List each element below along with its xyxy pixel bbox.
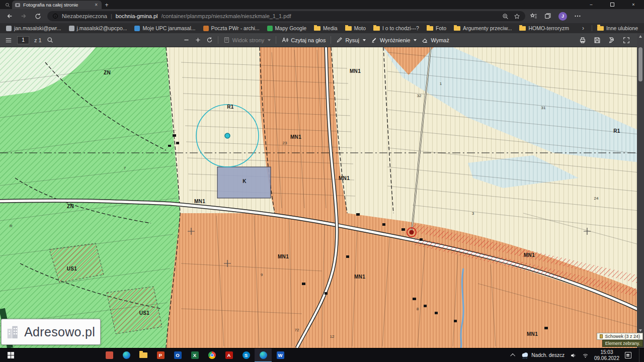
scrollbar-thumb[interactable] [638, 47, 642, 81]
bookmark-item[interactable]: Moto [345, 25, 366, 31]
chrome-app-glyph [208, 351, 216, 359]
save-as-icon[interactable] [608, 37, 615, 44]
folder-icon [345, 26, 352, 31]
zoom-out-icon[interactable] [183, 37, 190, 43]
draw-button[interactable]: Rysuj [336, 37, 366, 43]
fit-page-icon[interactable] [206, 37, 213, 43]
save-icon[interactable] [594, 37, 601, 44]
zoom-page-icon[interactable] [502, 13, 509, 20]
read-aloud-button[interactable]: Czytaj na głos [281, 37, 326, 43]
other-favorites-button[interactable]: Inne ulubione [592, 25, 638, 31]
favorites-bar-icon[interactable] [530, 13, 537, 20]
erase-label: Wymaż [431, 37, 449, 43]
bookmark-item[interactable]: jan.masalski@pwr... [6, 25, 61, 31]
page-view-button[interactable]: Widok strony [223, 37, 271, 43]
skype-app-glyph: S [243, 351, 250, 359]
taskbar-apps: POXASW [101, 348, 289, 362]
refresh-icon[interactable] [33, 12, 42, 21]
network-icon[interactable] [582, 352, 589, 358]
taskbar-edge-beta-app-icon[interactable] [118, 348, 135, 362]
zoning-map[interactable] [0, 47, 644, 348]
forward-icon[interactable] [19, 12, 28, 21]
minimize-button[interactable]: – [581, 0, 602, 9]
taskbar-file-explorer-icon[interactable] [135, 348, 152, 362]
url-divider: | [111, 13, 112, 19]
bookmark-item[interactable]: Argumenty przeciw... [454, 25, 512, 31]
start-button[interactable] [0, 348, 21, 362]
toolbar-separator [276, 36, 276, 44]
taskbar-powerpoint-app-icon[interactable]: P [152, 348, 169, 362]
folder-icon [454, 26, 460, 31]
favorite-star-icon[interactable] [514, 13, 520, 20]
taskbar-word-app-icon[interactable]: W [272, 348, 289, 362]
folder-icon [427, 26, 433, 31]
erase-button[interactable]: Wymaż [422, 37, 449, 43]
pdf-page-canvas[interactable]: ZNR1MN1MN1R1MN1ZNMN1KUS1MN1MN1MN1US1MN13… [0, 47, 644, 348]
site-info-icon[interactable] [52, 13, 58, 19]
page-number-input[interactable] [17, 36, 29, 44]
clipboard-icon [600, 334, 603, 338]
browser-tab[interactable]: Fotografia na całej stronie × [12, 1, 102, 9]
scroll-down-icon[interactable] [639, 329, 642, 332]
zoom-in-icon[interactable] [195, 37, 201, 43]
draw-label: Rysuj [345, 37, 359, 43]
taskbar-clock[interactable]: 15:03 09.06.2022 [594, 349, 619, 361]
toc-icon[interactable] [5, 37, 12, 44]
taskbar-chrome-app-icon[interactable] [203, 348, 220, 362]
bookmark-label: Moto [354, 25, 366, 31]
bookmark-item[interactable]: Foto [427, 25, 446, 31]
bookmark-item[interactable]: HOMO-terroryzm [519, 25, 569, 31]
taskbar-edge-app-icon[interactable] [255, 348, 272, 362]
volume-icon[interactable] [570, 352, 577, 358]
new-tab-button[interactable]: + [102, 1, 112, 9]
excel-app-glyph: X [191, 351, 199, 359]
red-point-marker [410, 230, 414, 235]
show-desktop-strip[interactable] [639, 348, 641, 362]
page-view-icon [223, 37, 230, 43]
tray-expand-icon[interactable] [510, 353, 515, 358]
bookmark-label: Mapy Google [275, 25, 306, 31]
bookmark-label: I o to chodzi---? [382, 25, 419, 31]
taskbar-excel-app-icon[interactable]: X [186, 348, 203, 362]
highlight-button[interactable]: Wyróżnienie [371, 37, 417, 43]
bookmark-label: HOMO-terroryzm [528, 25, 569, 31]
outlook-app-glyph: O [174, 351, 182, 359]
bookmark-item[interactable]: Moje UPC jarumasal... [134, 25, 195, 31]
fullscreen-icon[interactable] [623, 37, 630, 44]
bookmark-label: Moje UPC jarumasal... [142, 25, 195, 31]
tab-search-icon[interactable] [3, 1, 12, 9]
k-utility-zone [217, 167, 271, 198]
maximize-button[interactable] [602, 0, 623, 9]
bookmark-item[interactable]: Mapy Google [267, 25, 306, 31]
bookmarks-overflow-chevron[interactable]: › [582, 25, 584, 32]
bookmarks-bar: jan.masalski@pwr...j.masalski2@upcpo...M… [0, 23, 644, 33]
action-center-icon[interactable] [625, 352, 631, 358]
bookmark-label: Media [323, 25, 338, 31]
profile-avatar[interactable]: J [558, 12, 567, 21]
taskbar-photos-app-icon[interactable] [101, 348, 118, 362]
toolbar-separator [331, 36, 331, 44]
search-icon[interactable] [47, 37, 53, 43]
settings-menu-icon[interactable] [574, 13, 581, 20]
pdf-toolbar: z 1 Widok strony Czytaj na głos Rysuj [0, 33, 644, 47]
selected-parcel-marker[interactable] [225, 133, 230, 138]
taskbar-skype-app-icon[interactable]: S [237, 348, 255, 362]
vertical-scrollbar[interactable] [637, 33, 644, 348]
print-icon[interactable] [579, 37, 586, 44]
taskbar-acrobat-app-icon[interactable]: A [220, 348, 237, 362]
bookmark-item[interactable]: Poczta PWr - archi... [203, 25, 260, 31]
collections-icon[interactable] [544, 13, 551, 20]
folder-icon [314, 26, 320, 31]
bookmark-item[interactable]: Media [314, 25, 338, 31]
clock-time: 15:03 [594, 349, 619, 355]
address-input[interactable]: Niezabezpieczona | bochnia-gmina.pl /con… [47, 11, 525, 21]
bookmarks-list: jan.masalski@pwr...j.masalski2@upcpo...M… [6, 25, 575, 31]
tab-close-icon[interactable]: × [94, 2, 99, 8]
close-button[interactable]: × [623, 0, 644, 9]
back-icon[interactable] [5, 12, 14, 21]
scroll-up-icon[interactable] [639, 35, 642, 38]
taskbar-outlook-app-icon[interactable]: O [169, 348, 186, 362]
bookmark-item[interactable]: I o to chodzi---? [373, 25, 419, 31]
bookmark-item[interactable]: j.masalski2@upcpo... [69, 25, 127, 31]
weather-widget[interactable]: Nadch. deszcz [521, 352, 565, 359]
